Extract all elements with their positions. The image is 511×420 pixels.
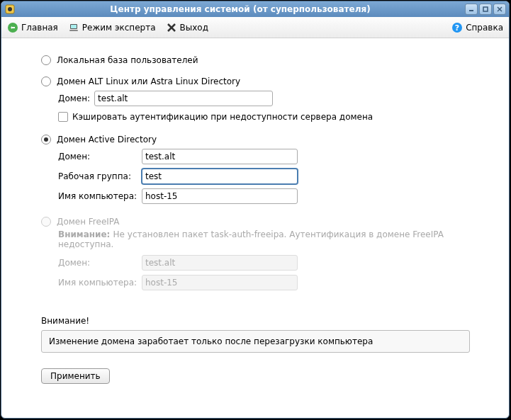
ad-body: Домен: Рабочая группа: Имя компьютера: — [58, 149, 492, 204]
auth-local-row: Локальная база пользователей — [41, 55, 492, 65]
auth-ad-row: Домен Active Directory — [41, 135, 492, 144]
content-area: Локальная база пользователей Домен ALT L… — [1, 38, 509, 418]
radio-local[interactable] — [41, 55, 51, 65]
alt-domain-label: Домен: — [58, 93, 90, 103]
help-icon: ? — [451, 22, 463, 33]
ad-workgroup-label: Рабочая группа: — [58, 171, 137, 181]
apply-button[interactable]: Применить — [41, 368, 110, 384]
exit-icon — [166, 22, 177, 33]
exit-label: Выход — [180, 23, 208, 33]
auth-freeipa-row: Домен FreeIPA — [41, 217, 492, 227]
exit-button[interactable]: Выход — [166, 22, 208, 33]
home-button[interactable]: Главная — [7, 22, 58, 33]
radio-freeipa — [41, 217, 51, 227]
help-label: Справка — [466, 23, 503, 33]
help-button[interactable]: ? Справка — [451, 22, 503, 33]
freeipa-warning: Внимание: Не установлен пакет task-auth-… — [58, 229, 492, 249]
freeipa-hostname-input — [142, 275, 298, 290]
minimize-button[interactable] — [465, 4, 478, 15]
freeipa-domain-input — [142, 255, 298, 271]
radio-freeipa-label: Домен FreeIPA — [57, 217, 120, 227]
home-label: Главная — [21, 23, 58, 33]
freeipa-domain-label: Домен: — [58, 258, 137, 268]
ad-hostname-label: Имя компьютера: — [58, 191, 137, 201]
toolbar: Главная Режим эксперта Выход ? Справка — [1, 17, 509, 38]
home-icon — [7, 22, 18, 33]
alt-linux-body: Домен: Кэшировать аутентификацию при нед… — [58, 91, 492, 122]
alt-cache-checkbox[interactable] — [58, 112, 68, 122]
radio-alt-linux-label[interactable]: Домен ALT Linux или Astra Linux Director… — [57, 76, 240, 86]
ad-domain-input[interactable] — [142, 149, 298, 164]
svg-rect-3 — [483, 7, 488, 11]
window-frame: Центр управления системой (от суперпольз… — [1, 1, 510, 419]
attention-message-box: Изменение домена заработает только после… — [41, 330, 470, 353]
auth-alt-row: Домен ALT Linux или Astra Linux Director… — [41, 76, 492, 86]
freeipa-warning-text: Не установлен пакет task-auth-freeipa. А… — [58, 229, 444, 249]
maximize-button[interactable] — [479, 4, 492, 15]
freeipa-hostname-label: Имя компьютера: — [58, 278, 137, 288]
attention-title: Внимание! — [41, 316, 492, 326]
svg-point-1 — [8, 7, 12, 11]
freeipa-body: Внимание: Не установлен пакет task-auth-… — [58, 229, 492, 290]
radio-alt-linux[interactable] — [41, 76, 51, 86]
ad-workgroup-input[interactable] — [142, 169, 298, 184]
laptop-icon — [68, 22, 79, 33]
radio-ad-label[interactable]: Домен Active Directory — [57, 135, 157, 144]
app-icon — [4, 4, 16, 15]
expert-mode-label: Режим эксперта — [82, 23, 156, 33]
svg-text:?: ? — [455, 23, 459, 33]
attention-message: Изменение домена заработает только после… — [49, 336, 373, 346]
freeipa-warning-prefix: Внимание: — [58, 229, 113, 239]
svg-rect-8 — [71, 25, 77, 28]
attention-section: Внимание! Изменение домена заработает то… — [41, 316, 492, 353]
alt-domain-input[interactable] — [94, 91, 273, 106]
alt-cache-label[interactable]: Кэшировать аутентификацию при недоступно… — [72, 112, 373, 122]
radio-active-directory[interactable] — [41, 135, 51, 144]
ad-hostname-input[interactable] — [142, 188, 298, 204]
svg-rect-9 — [69, 30, 78, 31]
close-button[interactable] — [493, 4, 506, 15]
window-controls — [465, 4, 506, 15]
expert-mode-button[interactable]: Режим эксперта — [68, 22, 156, 33]
ad-domain-label: Домен: — [58, 152, 137, 161]
radio-local-label[interactable]: Локальная база пользователей — [57, 55, 198, 65]
window-title: Центр управления системой (от суперпольз… — [20, 4, 461, 14]
titlebar[interactable]: Центр управления системой (от суперпольз… — [1, 1, 509, 17]
